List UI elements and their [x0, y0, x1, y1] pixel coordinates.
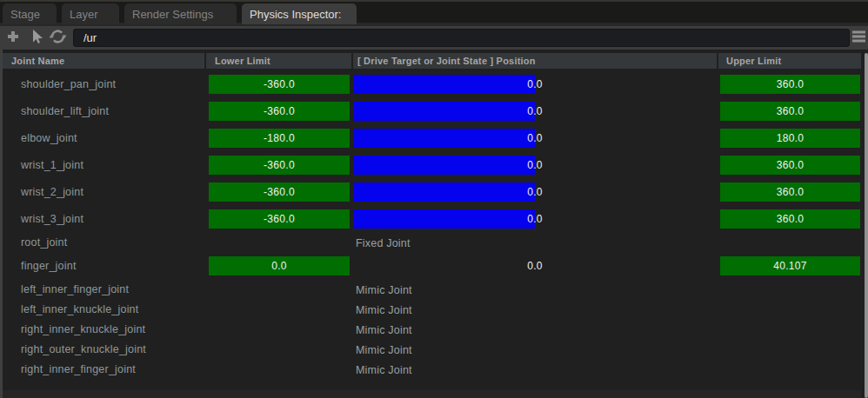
position-cell: Mimic Joint: [353, 302, 717, 317]
upper-limit-box[interactable]: 360.0: [720, 75, 860, 94]
table-row: wrist_2_joint -360.0 0.0 360.0: [3, 178, 861, 205]
position-value: 0.0: [353, 256, 717, 275]
position-cell: 0.0: [353, 75, 717, 94]
table-row: right_inner_finger_joint Mimic Joint: [3, 359, 861, 379]
table-row: left_inner_knuckle_joint Mimic Joint: [3, 299, 861, 319]
position-cell: Mimic Joint: [353, 342, 717, 357]
lower-limit-box[interactable]: -360.0: [209, 75, 350, 94]
joint-name: shoulder_pan_joint: [3, 78, 204, 90]
joint-name: root_joint: [3, 236, 204, 249]
position-slider[interactable]: 0.0: [353, 209, 717, 229]
lower-limit-cell: -360.0: [206, 182, 351, 202]
column-header-upper-limit: Upper Limit: [718, 53, 861, 69]
position-slider[interactable]: 0.0: [353, 75, 717, 94]
table-row: right_outer_knuckle_joint Mimic Joint: [3, 339, 861, 359]
joint-name: wrist_2_joint: [3, 186, 204, 198]
position-value: 0.0: [353, 102, 717, 121]
upper-limit-cell: 360.0: [718, 182, 861, 202]
joint-name: left_inner_finger_joint: [3, 283, 204, 295]
joint-type-label: Mimic Joint: [353, 344, 412, 356]
upper-limit-box[interactable]: 360.0: [720, 156, 860, 175]
position-cell: 0.0: [353, 156, 717, 175]
joint-type-label: Mimic Joint: [353, 364, 412, 376]
lower-limit-box[interactable]: -360.0: [209, 102, 350, 121]
joint-type-label: Mimic Joint: [353, 304, 412, 316]
table-header-row: Joint Name Lower Limit [ Drive Target or…: [3, 53, 861, 69]
joint-rows: shoulder_pan_joint -360.0 0.0 360.0 shou…: [3, 70, 861, 379]
position-slider[interactable]: 0.0: [353, 256, 717, 275]
joint-name: left_inner_knuckle_joint: [3, 303, 204, 315]
position-cell: Mimic Joint: [353, 282, 717, 297]
lower-limit-cell: -180.0: [206, 129, 351, 148]
position-cell: 0.0: [353, 102, 717, 121]
joint-type-label: Mimic Joint: [353, 324, 412, 336]
tab-layer[interactable]: Layer: [62, 3, 119, 24]
upper-limit-box[interactable]: 360.0: [720, 182, 860, 202]
lower-limit-box[interactable]: -180.0: [209, 129, 350, 148]
lower-limit-cell: -360.0: [206, 209, 351, 229]
table-row: wrist_1_joint -360.0 0.0 360.0: [3, 151, 861, 178]
position-value: 0.0: [353, 75, 717, 94]
position-cell: Mimic Joint: [353, 322, 717, 337]
upper-limit-cell: 360.0: [718, 102, 861, 121]
joint-name: elbow_joint: [3, 132, 204, 144]
upper-limit-box[interactable]: 360.0: [720, 209, 860, 229]
tab-bar: Stage Layer Render Settings Physics Insp…: [0, 0, 868, 26]
lower-limit-box[interactable]: -360.0: [209, 156, 350, 175]
joint-name: shoulder_lift_joint: [3, 105, 204, 117]
position-slider[interactable]: 0.0: [353, 129, 717, 148]
vertical-scrollbar[interactable]: [865, 53, 868, 398]
upper-limit-cell: 180.0: [718, 129, 861, 148]
upper-limit-box[interactable]: 360.0: [720, 102, 860, 121]
lower-limit-box[interactable]: 0.0: [209, 256, 350, 275]
cursor-icon[interactable]: [29, 29, 44, 48]
upper-limit-cell: 360.0: [718, 156, 861, 175]
joint-type-label: Mimic Joint: [353, 284, 412, 296]
column-header-lower-limit: Lower Limit: [206, 53, 351, 69]
upper-limit-box[interactable]: 180.0: [720, 129, 860, 148]
joint-name: right_inner_knuckle_joint: [3, 323, 204, 335]
hamburger-menu-icon[interactable]: [852, 29, 866, 47]
table-row: shoulder_pan_joint -360.0 0.0 360.0: [3, 70, 861, 97]
lower-limit-cell: -360.0: [206, 102, 351, 121]
position-cell: 0.0: [353, 182, 717, 202]
tab-render-settings[interactable]: Render Settings: [124, 3, 237, 24]
position-value: 0.0: [353, 209, 717, 229]
position-slider[interactable]: 0.0: [353, 156, 717, 175]
table-row: left_inner_finger_joint Mimic Joint: [3, 279, 861, 299]
joint-name: wrist_3_joint: [3, 213, 204, 225]
joint-name: wrist_1_joint: [3, 159, 204, 171]
column-header-joint-name: Joint Name: [3, 53, 204, 69]
upper-limit-cell: 360.0: [718, 209, 861, 229]
joint-type-label: Fixed Joint: [353, 237, 411, 249]
lower-limit-box[interactable]: -360.0: [209, 209, 350, 229]
prim-path-input[interactable]: [73, 29, 850, 47]
joint-name: finger_joint: [3, 260, 204, 272]
table-row: root_joint Fixed Joint: [3, 232, 861, 252]
joint-name: right_outer_knuckle_joint: [3, 343, 204, 355]
lower-limit-cell: 0.0: [206, 256, 351, 275]
lower-limit-cell: -360.0: [206, 75, 351, 94]
position-slider[interactable]: 0.0: [353, 182, 717, 202]
table-row: elbow_joint -180.0 0.0 180.0: [3, 124, 861, 151]
panel-bottom-strip: [3, 390, 861, 398]
lower-limit-cell: -360.0: [206, 156, 351, 175]
position-value: 0.0: [353, 129, 717, 148]
upper-limit-box[interactable]: 40.107: [720, 256, 860, 275]
refresh-icon[interactable]: [49, 28, 67, 49]
position-value: 0.0: [353, 156, 717, 175]
upper-limit-cell: 360.0: [718, 75, 861, 94]
tab-physics-inspector[interactable]: Physics Inspector:: [242, 3, 357, 24]
table-row: finger_joint 0.0 0.0 40.107: [3, 252, 861, 279]
table-row: wrist_3_joint -360.0 0.0 360.0: [3, 205, 861, 232]
position-cell: Mimic Joint: [353, 362, 717, 377]
position-slider[interactable]: 0.0: [353, 102, 717, 121]
joint-table-panel: Joint Name Lower Limit [ Drive Target or…: [0, 50, 868, 398]
toolbar: [0, 26, 868, 50]
tab-stage[interactable]: Stage: [3, 3, 57, 24]
plus-icon[interactable]: [5, 29, 21, 48]
position-cell: 0.0: [353, 256, 717, 275]
lower-limit-box[interactable]: -360.0: [209, 182, 350, 202]
table-row: shoulder_lift_joint -360.0 0.0 360.0: [3, 97, 861, 124]
joint-name: right_inner_finger_joint: [3, 363, 204, 375]
